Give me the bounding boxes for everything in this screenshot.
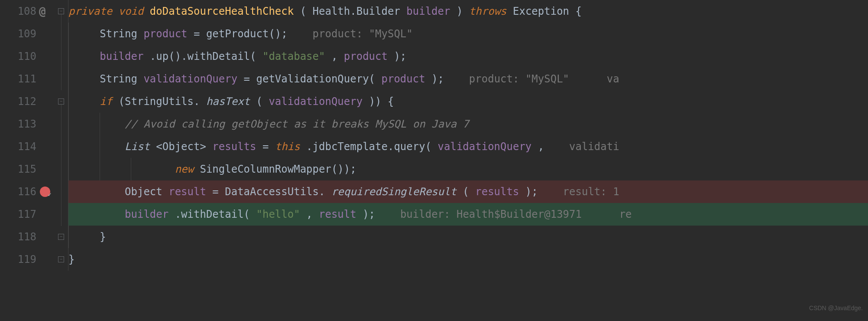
code-line[interactable]: private void doDataSourceHealthCheck ( H… bbox=[68, 0, 868, 23]
fold-handle-icon[interactable]: − bbox=[58, 234, 64, 240]
code-line[interactable]: } bbox=[68, 248, 868, 271]
code-content[interactable]: private void doDataSourceHealthCheck ( H… bbox=[68, 0, 868, 271]
code-editor[interactable]: 108 109 110 111 112 113 114 115 116 117 … bbox=[0, 0, 868, 271]
fold-handle-icon[interactable]: − bbox=[58, 8, 64, 14]
code-line-execution[interactable]: builder .withDetail( "hello" , result );… bbox=[68, 203, 868, 226]
code-line[interactable]: // Avoid calling getObject as it breaks … bbox=[68, 113, 868, 135]
line-number: 108 bbox=[0, 0, 36, 23]
fold-handle-icon[interactable]: − bbox=[58, 256, 64, 262]
inline-hint-value: "MySQL" bbox=[369, 28, 413, 40]
line-number: 115 bbox=[0, 158, 36, 180]
code-line[interactable]: new SingleColumnRowMapper()); bbox=[68, 158, 868, 180]
fold-handle-icon[interactable]: − bbox=[58, 98, 64, 105]
line-number: 116 bbox=[0, 180, 36, 203]
line-number: 117 bbox=[0, 203, 36, 226]
line-number-gutter: 108 109 110 111 112 113 114 115 116 117 … bbox=[0, 0, 39, 271]
code-line[interactable]: String validationQuery = getValidationQu… bbox=[68, 68, 868, 90]
inline-hint: product: bbox=[313, 28, 369, 40]
inline-hint: va bbox=[607, 73, 619, 85]
code-line[interactable]: } bbox=[68, 226, 868, 248]
line-number: 113 bbox=[0, 113, 36, 135]
code-line-breakpoint[interactable]: Object result = DataAccessUtils. require… bbox=[68, 180, 868, 203]
breakpoint-icon[interactable] bbox=[40, 187, 50, 197]
code-line[interactable]: String product = getProduct(); product: … bbox=[68, 23, 868, 45]
inline-hint-value: 1 bbox=[613, 186, 619, 198]
inline-hint: validati bbox=[569, 141, 619, 153]
override-icon[interactable]: @ bbox=[39, 0, 46, 23]
line-number: 119 bbox=[0, 248, 36, 271]
inline-hint: product: bbox=[469, 73, 525, 85]
code-line[interactable]: if (StringUtils. hasText ( validationQue… bbox=[68, 90, 868, 113]
line-number: 114 bbox=[0, 135, 36, 158]
inline-hint: builder: bbox=[400, 208, 457, 220]
inline-hint-value: Health$Builder@13971 bbox=[457, 208, 582, 220]
inline-hint: result: bbox=[563, 186, 613, 198]
inline-hint: re bbox=[619, 208, 632, 220]
line-number: 111 bbox=[0, 68, 36, 90]
code-line[interactable]: List <Object> results = this .jdbcTempla… bbox=[68, 135, 868, 158]
fold-column[interactable]: − − − − bbox=[55, 0, 68, 271]
watermark-text: CSDN @JavaEdge. bbox=[809, 297, 863, 319]
line-number: 112 bbox=[0, 90, 36, 113]
inline-hint-value: "MySQL" bbox=[525, 73, 569, 85]
line-number: 110 bbox=[0, 45, 36, 68]
code-line[interactable]: builder .up().withDetail( "database" , p… bbox=[68, 45, 868, 68]
line-number: 109 bbox=[0, 23, 36, 45]
line-number: 118 bbox=[0, 226, 36, 248]
gutter-icons-column[interactable]: @ bbox=[39, 0, 55, 271]
